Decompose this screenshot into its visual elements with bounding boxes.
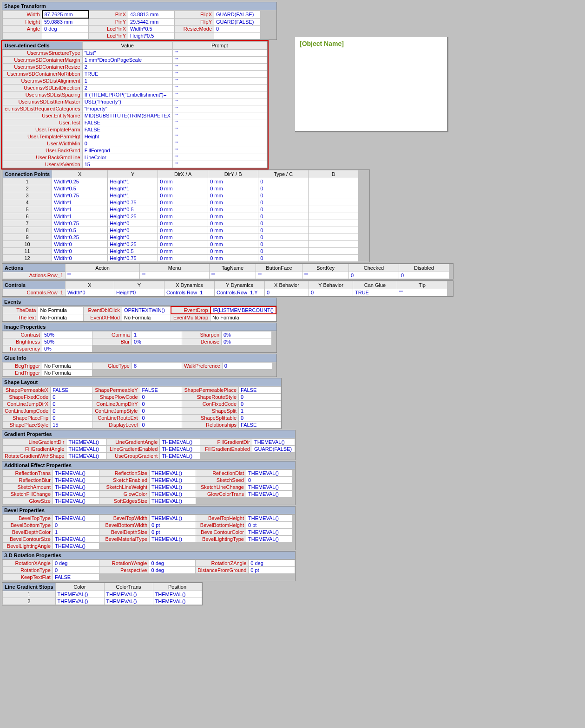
section-header: Shape Transform: [2, 2, 276, 4]
shape-transform-section: Shape Transform Width87.7625 mmPinX43.88…: [2, 2, 277, 4]
